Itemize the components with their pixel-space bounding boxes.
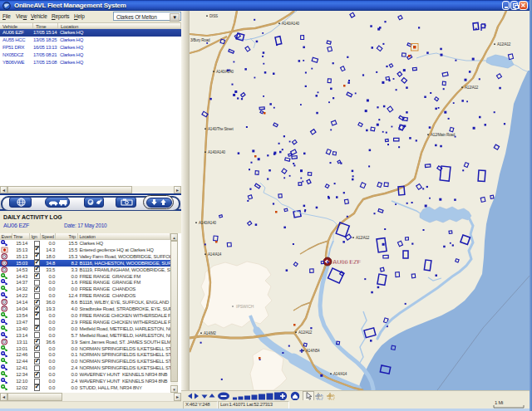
svg-text:A12/A12: A12/A12 [298, 330, 313, 335]
svg-text:A12/Main Road: A12/Main Road [431, 133, 456, 137]
svg-text:A12/A12: A12/A12 [356, 236, 370, 240]
svg-text:A14/M2: A14/M2 [204, 331, 216, 335]
svg-text:AU06 EZF: AU06 EZF [332, 258, 361, 266]
svg-text:A140/A140: A140/A140 [208, 150, 226, 154]
svg-text:A140/A140: A140/A140 [282, 22, 300, 26]
svg-text:A12/A12: A12/A12 [497, 42, 511, 46]
svg-text:IPSWICH: IPSWICH [236, 304, 254, 309]
svg-text:3/Bury Road: 3/Bury Road [190, 38, 210, 42]
svg-text:A14/N54: A14/N54 [306, 349, 320, 353]
svg-text:A140/A140: A140/A140 [216, 70, 234, 74]
svg-text:A140/The Street: A140/The Street [208, 127, 234, 131]
svg-text:A14/A14: A14/A14 [208, 252, 222, 257]
svg-text:A14/A14: A14/A14 [333, 372, 347, 376]
svg-text:DISS: DISS [209, 14, 218, 18]
svg-text:A12/A12: A12/A12 [465, 86, 479, 90]
svg-text:A140/A140: A140/A140 [199, 221, 217, 225]
